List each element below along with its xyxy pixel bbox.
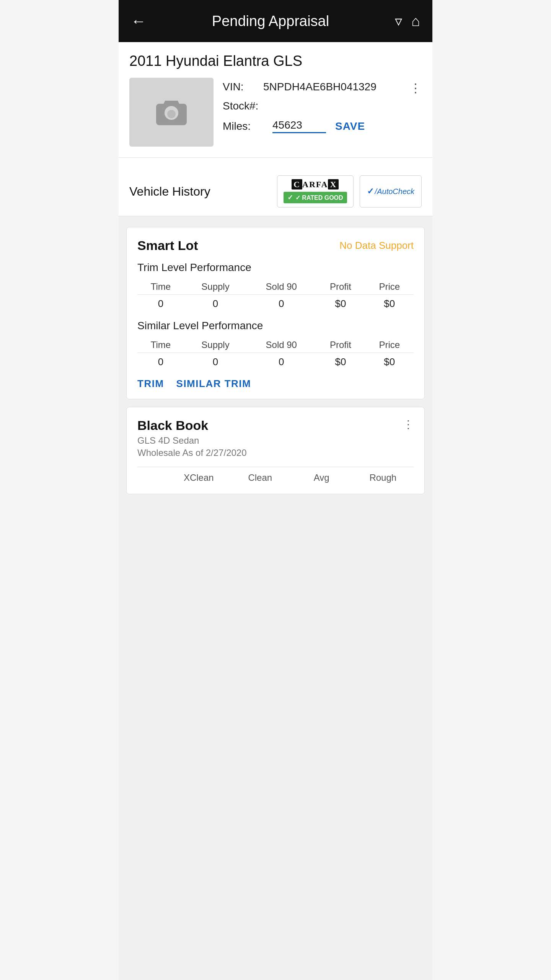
autocheck-logo: ✓/AutoCheck xyxy=(367,186,414,196)
similar-col-time: Time xyxy=(137,337,184,353)
trim-val-time: 0 xyxy=(137,295,184,313)
vehicle-title: 2011 Hyundai Elantra GLS xyxy=(129,53,422,69)
trim-table-header-row: Time Supply Sold 90 Profit Price xyxy=(137,279,414,295)
save-button[interactable]: SAVE xyxy=(335,120,365,132)
similar-col-supply: Supply xyxy=(184,337,247,353)
smart-lot-actions: TRIM SIMILAR TRIM xyxy=(137,378,414,390)
bb-col-empty xyxy=(137,472,168,483)
autocheck-button[interactable]: ✓/AutoCheck xyxy=(360,175,422,207)
miles-field: Miles: SAVE xyxy=(223,119,409,133)
bb-col-xclean: XClean xyxy=(168,472,230,483)
black-book-card: Black Book GLS 4D Sedan Wholesale As of … xyxy=(126,407,425,494)
similar-table-data-row: 0 0 0 $0 $0 xyxy=(137,353,414,371)
vehicle-history-label: Vehicle History xyxy=(129,185,210,199)
similar-table-header-row: Time Supply Sold 90 Profit Price xyxy=(137,337,414,353)
carfax-logo: CARFAX xyxy=(292,180,339,189)
similar-col-sold90: Sold 90 xyxy=(247,337,316,353)
trim-performance-table: Time Supply Sold 90 Profit Price 0 0 0 $… xyxy=(137,279,414,313)
trim-level-title: Trim Level Performance xyxy=(137,261,414,274)
similar-val-profit: $0 xyxy=(316,353,365,371)
black-book-cols-row: XClean Clean Avg Rough xyxy=(137,467,414,483)
divider-2 xyxy=(119,216,432,216)
black-book-header: Black Book GLS 4D Sedan Wholesale As of … xyxy=(137,418,414,458)
vin-field: VIN: 5NPDH4AE6BH041329 xyxy=(223,81,409,93)
stock-label: Stock#: xyxy=(223,100,258,112)
vehicle-history-section: Vehicle History CARFAX ✓ ✓ RATED GOOD xyxy=(119,168,432,216)
camera-icon xyxy=(156,99,187,125)
similar-col-price: Price xyxy=(365,337,414,353)
bb-col-rough: Rough xyxy=(352,472,414,483)
trim-table-data-row: 0 0 0 $0 $0 xyxy=(137,295,414,313)
trim-val-profit: $0 xyxy=(316,295,365,313)
page-title: Pending Appraisal xyxy=(146,13,395,29)
bb-col-avg: Avg xyxy=(291,472,352,483)
trim-val-sold90: 0 xyxy=(247,295,316,313)
black-book-subtitle: GLS 4D Sedan xyxy=(137,435,247,446)
vehicle-details: VIN: 5NPDH4AE6BH041329 Stock#: Miles: xyxy=(223,78,422,140)
divider-1 xyxy=(119,157,432,158)
similar-val-sold90: 0 xyxy=(247,353,316,371)
home-icon[interactable]: ⌂ xyxy=(411,13,420,29)
trim-col-supply: Supply xyxy=(184,279,247,295)
trim-col-sold90: Sold 90 xyxy=(247,279,316,295)
similar-performance-table: Time Supply Sold 90 Profit Price 0 0 0 $… xyxy=(137,337,414,371)
vehicle-info-row: VIN: 5NPDH4AE6BH041329 Stock#: Miles: xyxy=(129,78,422,147)
miles-input[interactable] xyxy=(272,119,326,133)
trim-col-price: Price xyxy=(365,279,414,295)
black-book-title: Black Book xyxy=(137,418,247,433)
trim-val-supply: 0 xyxy=(184,295,247,313)
more-options-icon[interactable]: ⋮ xyxy=(409,81,422,95)
vehicle-photo[interactable] xyxy=(129,78,214,147)
stock-field: Stock#: xyxy=(223,100,409,112)
history-badges: CARFAX ✓ ✓ RATED GOOD ✓/AutoCheck xyxy=(277,175,422,207)
bb-col-clean: Clean xyxy=(230,472,291,483)
black-book-more-icon[interactable]: ⋮ xyxy=(403,418,414,431)
similar-col-profit: Profit xyxy=(316,337,365,353)
similar-val-price: $0 xyxy=(365,353,414,371)
smart-lot-card-header: Smart Lot No Data Support xyxy=(137,238,414,253)
app-header: ← Pending Appraisal ▿ ⌂ xyxy=(119,0,432,42)
vehicle-info-section: 2011 Hyundai Elantra GLS VIN: xyxy=(119,42,432,147)
miles-label: Miles: xyxy=(223,120,257,132)
carfax-button[interactable]: CARFAX ✓ ✓ RATED GOOD xyxy=(277,175,354,207)
trim-val-price: $0 xyxy=(365,295,414,313)
carfax-rated-label: ✓ ✓ RATED GOOD xyxy=(284,192,347,203)
back-button[interactable]: ← xyxy=(131,13,146,30)
filter-icon[interactable]: ▿ xyxy=(395,13,402,29)
trim-col-time: Time xyxy=(137,279,184,295)
black-book-date: Wholesale As of 2/27/2020 xyxy=(137,448,247,458)
similar-trim-button[interactable]: SIMILAR TRIM xyxy=(176,378,251,390)
svg-point-0 xyxy=(167,110,176,118)
similar-level-title: Similar Level Performance xyxy=(137,320,414,332)
trim-col-profit: Profit xyxy=(316,279,365,295)
smart-lot-card: Smart Lot No Data Support Trim Level Per… xyxy=(126,227,425,399)
trim-button[interactable]: TRIM xyxy=(137,378,164,390)
similar-val-supply: 0 xyxy=(184,353,247,371)
vin-value: 5NPDH4AE6BH041329 xyxy=(263,81,377,93)
smart-lot-title: Smart Lot xyxy=(137,238,198,253)
no-data-label: No Data Support xyxy=(339,240,414,252)
vin-label: VIN: xyxy=(223,81,257,93)
similar-val-time: 0 xyxy=(137,353,184,371)
